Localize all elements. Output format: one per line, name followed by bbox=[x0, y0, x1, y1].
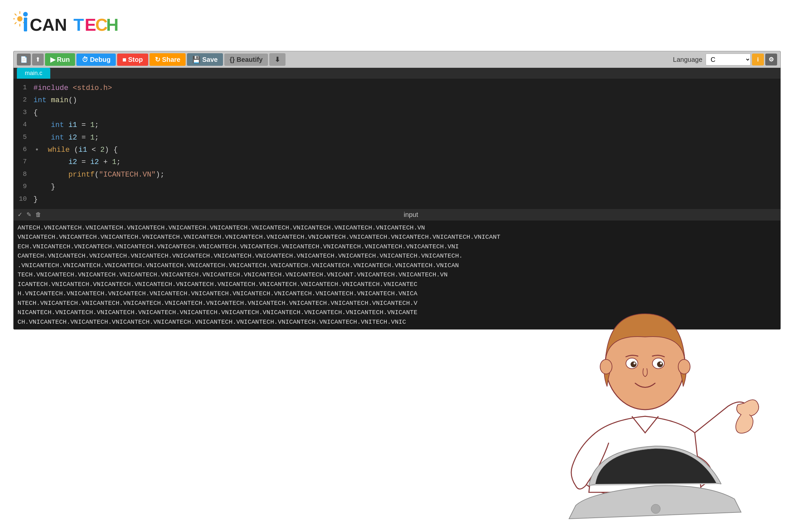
svg-point-24 bbox=[633, 362, 635, 364]
language-area: Language C C++ Java Python JavaScript bbox=[673, 54, 751, 65]
stop-label: Stop bbox=[128, 56, 143, 63]
line-num-8: 8 bbox=[14, 169, 33, 180]
line-num-1: 1 bbox=[14, 82, 33, 93]
svg-rect-9 bbox=[24, 18, 27, 32]
svg-point-23 bbox=[657, 361, 663, 367]
settings-icon: ⚙ bbox=[769, 56, 774, 63]
line-content-5: int i2 = 1; bbox=[33, 132, 99, 144]
code-line-5: 5 int i2 = 1; bbox=[14, 132, 780, 144]
language-label: Language bbox=[673, 56, 702, 63]
line-num-7: 7 bbox=[14, 156, 33, 167]
line-content-8: printf("ICANTECH.VN"); bbox=[33, 169, 164, 181]
line-num-4: 4 bbox=[14, 119, 33, 130]
tab-bar: main.c bbox=[14, 68, 780, 79]
svg-point-18 bbox=[600, 359, 612, 374]
line-content-7: i2 = i2 + 1; bbox=[33, 156, 121, 168]
code-line-9: 9 } bbox=[14, 181, 780, 193]
fold-indicator-6: • bbox=[35, 144, 39, 156]
check-icon[interactable]: ✓ bbox=[18, 211, 22, 218]
svg-text:E: E bbox=[85, 15, 96, 34]
debug-label: Debug bbox=[90, 56, 111, 63]
code-line-4: 4 int i1 = 1; bbox=[14, 119, 780, 131]
line-content-10: } bbox=[33, 193, 38, 206]
save-label: Save bbox=[202, 56, 218, 63]
share-label: Share bbox=[162, 56, 181, 63]
code-line-1: 1 #include <stdio.h> bbox=[14, 82, 780, 94]
tab-filename: main.c bbox=[25, 70, 42, 76]
edit-icon[interactable]: ✎ bbox=[26, 211, 32, 218]
code-line-10: 10 } bbox=[14, 193, 780, 206]
run-label: Run bbox=[57, 56, 70, 63]
logo-area: CAN T E C H bbox=[0, 0, 794, 44]
line-content-2: int main() bbox=[33, 94, 77, 107]
download-button[interactable]: ⬇ bbox=[269, 53, 285, 66]
save-button[interactable]: 💾 Save bbox=[187, 53, 223, 66]
beautify-label: {} Beautify bbox=[229, 56, 263, 63]
line-num-3: 3 bbox=[14, 107, 33, 118]
svg-text:C: C bbox=[95, 15, 108, 34]
logo-svg: CAN T E C H bbox=[13, 8, 119, 35]
line-num-5: 5 bbox=[14, 132, 33, 143]
stop-icon: ■ bbox=[123, 56, 126, 63]
code-line-3: 3 { bbox=[14, 107, 780, 119]
debug-icon: ⏱ bbox=[82, 56, 88, 63]
share-icon: ↻ bbox=[155, 56, 161, 63]
line-content-6: while (i1 < 2) { bbox=[39, 144, 118, 156]
svg-point-10 bbox=[23, 12, 28, 17]
line-num-10: 10 bbox=[14, 193, 33, 205]
file-button[interactable]: 📄 bbox=[17, 54, 31, 65]
info-icon: i bbox=[757, 56, 759, 63]
output-label: input bbox=[45, 211, 776, 218]
run-icon: ▶ bbox=[50, 56, 55, 63]
code-line-7: 7 i2 = i2 + 1; bbox=[14, 156, 780, 168]
line-content-9: } bbox=[33, 181, 55, 193]
character-illustration bbox=[496, 234, 794, 532]
back-button[interactable]: ⬆ bbox=[32, 54, 44, 65]
svg-line-8 bbox=[15, 22, 16, 24]
line-num-6: 6 bbox=[14, 144, 33, 155]
share-button[interactable]: ↻ Share bbox=[150, 53, 186, 66]
line-num-2: 2 bbox=[14, 94, 33, 106]
svg-line-5 bbox=[15, 14, 16, 15]
info-button[interactable]: i bbox=[752, 54, 764, 65]
download-icon: ⬇ bbox=[275, 56, 280, 63]
toolbar: 📄 ⬆ ▶ Run ⏱ Debug ■ Stop ↻ Share 💾 Save … bbox=[14, 51, 780, 68]
output-text: ANTECH.VNICANTECH.VNICANTECH.VNICANTECH.… bbox=[18, 224, 500, 326]
code-line-2: 2 int main() bbox=[14, 94, 780, 107]
code-line-6: 6 • while (i1 < 2) { bbox=[14, 144, 780, 156]
svg-point-0 bbox=[17, 16, 22, 21]
line-num-9: 9 bbox=[14, 181, 33, 192]
beautify-button[interactable]: {} Beautify bbox=[224, 54, 268, 66]
output-toolbar: ✓ ✎ 🗑 input bbox=[14, 209, 780, 221]
svg-text:CAN: CAN bbox=[30, 15, 67, 34]
run-button[interactable]: ▶ Run bbox=[45, 53, 75, 66]
code-editor[interactable]: 1 #include <stdio.h> 2 int main() 3 { 4 … bbox=[14, 79, 780, 209]
line-content-1: #include <stdio.h> bbox=[33, 82, 112, 94]
debug-button[interactable]: ⏱ Debug bbox=[76, 54, 116, 66]
svg-point-19 bbox=[678, 359, 690, 374]
line-content-4: int i1 = 1; bbox=[33, 119, 99, 131]
svg-text:H: H bbox=[106, 15, 119, 34]
svg-point-25 bbox=[660, 362, 662, 364]
tab-main-c[interactable]: main.c bbox=[17, 68, 50, 79]
stop-button[interactable]: ■ Stop bbox=[117, 54, 148, 66]
svg-text:T: T bbox=[73, 15, 84, 34]
save-icon: 💾 bbox=[192, 56, 201, 63]
settings-button[interactable]: ⚙ bbox=[765, 54, 777, 65]
code-line-8: 8 printf("ICANTECH.VN"); bbox=[14, 169, 780, 181]
trash-icon[interactable]: 🗑 bbox=[35, 211, 41, 218]
svg-point-26 bbox=[651, 504, 660, 513]
language-select[interactable]: C C++ Java Python JavaScript bbox=[706, 54, 751, 65]
svg-point-22 bbox=[631, 361, 636, 367]
line-content-3: { bbox=[33, 107, 38, 119]
